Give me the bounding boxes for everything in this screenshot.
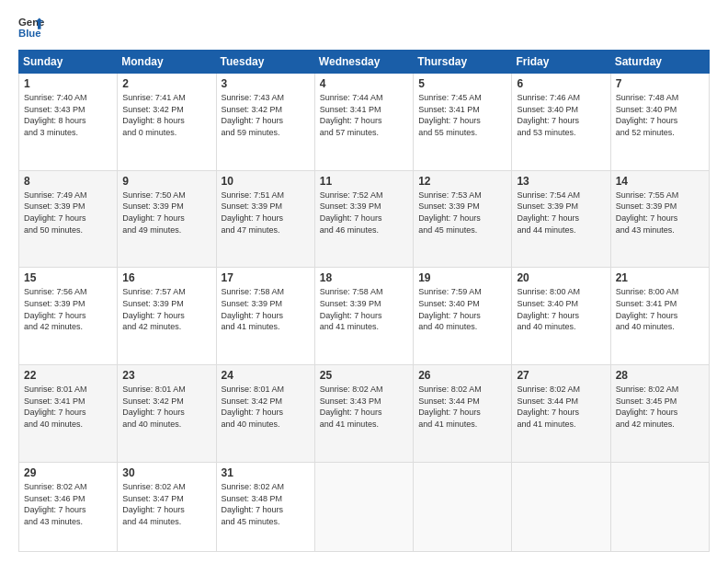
calendar-cell: 29 Sunrise: 8:02 AM Sunset: 3:46 PM Dayl… (19, 462, 118, 551)
sunrise-label: Sunrise: 7:48 AM (616, 93, 679, 102)
sunrise-label: Sunrise: 8:02 AM (222, 482, 285, 491)
calendar-cell: 13 Sunrise: 7:54 AM Sunset: 3:39 PM Dayl… (512, 170, 610, 268)
daylight-minutes-label: and 40 minutes. (616, 322, 675, 331)
daylight-label: Daylight: 7 hours (122, 311, 185, 320)
day-number: 26 (418, 369, 506, 382)
calendar-week-3: 15 Sunrise: 7:56 AM Sunset: 3:39 PM Dayl… (19, 268, 710, 365)
weekday-saturday: Saturday (610, 51, 709, 74)
sunrise-label: Sunrise: 7:49 AM (24, 190, 87, 200)
day-info: Sunrise: 7:56 AM Sunset: 3:39 PM Dayligh… (24, 286, 112, 332)
sunrise-label: Sunrise: 8:02 AM (517, 385, 580, 394)
daylight-minutes-label: and 47 minutes. (222, 225, 280, 235)
day-info: Sunrise: 7:59 AM Sunset: 3:40 PM Dayligh… (418, 286, 506, 332)
sunrise-label: Sunrise: 7:52 AM (320, 190, 383, 200)
daylight-label: Daylight: 7 hours (517, 116, 579, 125)
day-info: Sunrise: 8:01 AM Sunset: 3:41 PM Dayligh… (24, 384, 112, 430)
day-info: Sunrise: 7:52 AM Sunset: 3:39 PM Dayligh… (320, 190, 408, 236)
sunrise-label: Sunrise: 8:02 AM (616, 385, 679, 394)
day-number: 6 (517, 77, 605, 90)
sunrise-label: Sunrise: 7:45 AM (418, 93, 482, 102)
calendar-cell: 24 Sunrise: 8:01 AM Sunset: 3:42 PM Dayl… (216, 365, 314, 463)
calendar-cell: 20 Sunrise: 8:00 AM Sunset: 3:40 PM Dayl… (512, 268, 610, 365)
day-info: Sunrise: 7:53 AM Sunset: 3:39 PM Dayligh… (418, 190, 506, 236)
day-number: 1 (24, 77, 112, 90)
day-info: Sunrise: 8:02 AM Sunset: 3:45 PM Dayligh… (616, 384, 704, 430)
daylight-label: Daylight: 7 hours (320, 213, 382, 223)
daylight-label: Daylight: 7 hours (222, 408, 284, 417)
calendar-body: 1 Sunrise: 7:40 AM Sunset: 3:43 PM Dayli… (19, 74, 710, 552)
day-info: Sunrise: 7:57 AM Sunset: 3:39 PM Dayligh… (122, 286, 210, 332)
sunset-label: Sunset: 3:39 PM (24, 299, 85, 308)
daylight-label: Daylight: 7 hours (24, 408, 86, 417)
daylight-label: Daylight: 7 hours (418, 213, 481, 223)
sunrise-label: Sunrise: 7:51 AM (222, 190, 285, 200)
day-info: Sunrise: 7:55 AM Sunset: 3:39 PM Dayligh… (616, 190, 704, 236)
daylight-minutes-label: and 57 minutes. (320, 128, 379, 137)
sunset-label: Sunset: 3:39 PM (122, 201, 184, 211)
calendar-week-2: 8 Sunrise: 7:49 AM Sunset: 3:39 PM Dayli… (19, 170, 710, 268)
day-number: 20 (517, 271, 605, 284)
weekday-tuesday: Tuesday (216, 51, 314, 74)
day-info: Sunrise: 8:00 AM Sunset: 3:40 PM Dayligh… (517, 286, 605, 332)
calendar-cell: 21 Sunrise: 8:00 AM Sunset: 3:41 PM Dayl… (610, 268, 709, 365)
logo-icon: General Blue (18, 15, 44, 40)
daylight-minutes-label: and 40 minutes. (122, 419, 181, 429)
day-number: 13 (517, 175, 605, 188)
daylight-label: Daylight: 7 hours (418, 408, 481, 417)
sunrise-label: Sunrise: 7:55 AM (616, 190, 679, 200)
daylight-label: Daylight: 7 hours (616, 408, 678, 417)
daylight-label: Daylight: 7 hours (517, 408, 579, 417)
daylight-label: Daylight: 7 hours (122, 213, 185, 223)
sunrise-label: Sunrise: 8:02 AM (24, 482, 87, 491)
daylight-minutes-label: and 41 minutes. (418, 419, 477, 429)
sunrise-label: Sunrise: 8:00 AM (517, 287, 580, 296)
page: General Blue SundayMondayTuesdayWednesda… (0, 0, 728, 563)
day-info: Sunrise: 8:01 AM Sunset: 3:42 PM Dayligh… (222, 384, 310, 430)
calendar-week-4: 22 Sunrise: 8:01 AM Sunset: 3:41 PM Dayl… (19, 365, 710, 463)
sunset-label: Sunset: 3:39 PM (122, 299, 184, 308)
calendar-cell: 3 Sunrise: 7:43 AM Sunset: 3:42 PM Dayli… (216, 74, 314, 171)
sunrise-label: Sunrise: 7:54 AM (517, 190, 580, 200)
daylight-label: Daylight: 7 hours (122, 505, 185, 514)
day-info: Sunrise: 7:41 AM Sunset: 3:42 PM Dayligh… (122, 92, 210, 138)
calendar-cell: 26 Sunrise: 8:02 AM Sunset: 3:44 PM Dayl… (414, 365, 512, 463)
daylight-label: Daylight: 8 hours (122, 116, 185, 125)
sunset-label: Sunset: 3:39 PM (222, 299, 283, 308)
daylight-label: Daylight: 7 hours (320, 311, 382, 320)
sunrise-label: Sunrise: 8:02 AM (418, 385, 482, 394)
day-number: 28 (616, 369, 704, 382)
daylight-minutes-label: and 41 minutes. (222, 322, 280, 331)
sunset-label: Sunset: 3:41 PM (616, 299, 677, 308)
day-info: Sunrise: 7:44 AM Sunset: 3:41 PM Dayligh… (320, 92, 408, 138)
weekday-friday: Friday (512, 51, 610, 74)
daylight-label: Daylight: 7 hours (320, 116, 382, 125)
day-number: 7 (616, 77, 704, 90)
day-info: Sunrise: 7:58 AM Sunset: 3:39 PM Dayligh… (222, 286, 310, 332)
logo: General Blue (18, 15, 44, 40)
daylight-minutes-label: and 59 minutes. (222, 128, 280, 137)
calendar-cell: 7 Sunrise: 7:48 AM Sunset: 3:40 PM Dayli… (610, 74, 709, 171)
daylight-minutes-label: and 44 minutes. (122, 517, 181, 526)
calendar-cell: 18 Sunrise: 7:58 AM Sunset: 3:39 PM Dayl… (314, 268, 413, 365)
sunrise-label: Sunrise: 7:44 AM (320, 93, 383, 102)
daylight-label: Daylight: 7 hours (222, 311, 284, 320)
sunset-label: Sunset: 3:44 PM (418, 396, 480, 406)
sunrise-label: Sunrise: 7:40 AM (24, 93, 87, 102)
daylight-label: Daylight: 7 hours (320, 408, 382, 417)
daylight-label: Daylight: 7 hours (616, 213, 678, 223)
calendar-cell: 19 Sunrise: 7:59 AM Sunset: 3:40 PM Dayl… (414, 268, 512, 365)
daylight-label: Daylight: 7 hours (418, 311, 481, 320)
daylight-minutes-label: and 42 minutes. (24, 322, 83, 331)
sunset-label: Sunset: 3:39 PM (616, 201, 677, 211)
daylight-label: Daylight: 7 hours (517, 311, 579, 320)
day-number: 22 (24, 369, 112, 382)
daylight-minutes-label: and 44 minutes. (517, 225, 575, 235)
daylight-minutes-label: and 52 minutes. (616, 128, 675, 137)
sunset-label: Sunset: 3:47 PM (122, 494, 184, 503)
calendar-cell: 15 Sunrise: 7:56 AM Sunset: 3:39 PM Dayl… (19, 268, 118, 365)
day-info: Sunrise: 7:50 AM Sunset: 3:39 PM Dayligh… (122, 190, 210, 236)
sunrise-label: Sunrise: 7:46 AM (517, 93, 580, 102)
sunrise-label: Sunrise: 7:56 AM (24, 287, 87, 296)
daylight-label: Daylight: 7 hours (24, 311, 86, 320)
day-number: 30 (122, 466, 210, 479)
